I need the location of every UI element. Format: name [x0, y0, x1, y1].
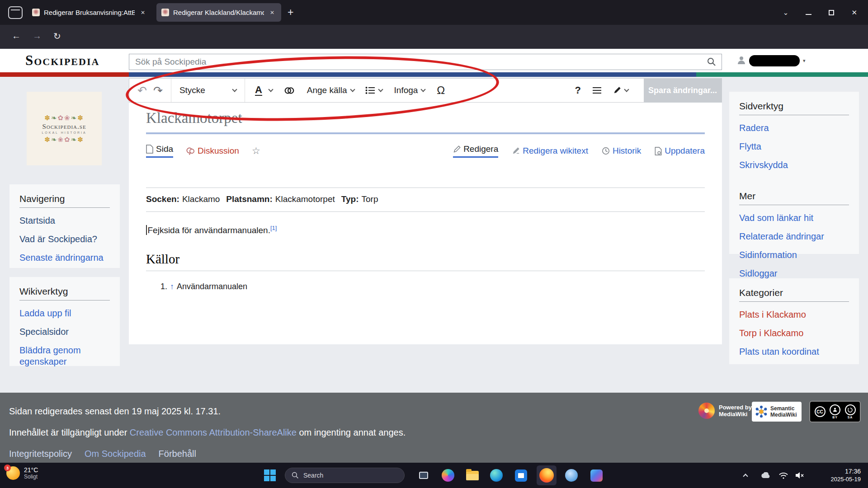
footer-link-om-sockipedia[interactable]: Om Sockipedia: [85, 449, 146, 459]
tab-title: Redigerar Bruksanvisning:AttBid: [44, 9, 135, 16]
close-window-button[interactable]: ✕: [851, 9, 857, 17]
paint-icon[interactable]: [565, 469, 578, 482]
cc-sa-arrow-icon: [845, 404, 856, 415]
blue-bar: [129, 72, 696, 77]
sidebar-item-bladdra-egenskaper[interactable]: Bläddra genom egenskaper: [19, 345, 110, 367]
wiki-search-box[interactable]: [129, 54, 722, 70]
sidebar-item-flytta[interactable]: Flytta: [739, 141, 849, 152]
tab-talk[interactable]: Diskussion: [186, 146, 239, 156]
user-caret-icon: ▾: [803, 58, 806, 64]
undo-icon[interactable]: ↶: [137, 84, 147, 97]
minimize-button[interactable]: [806, 14, 811, 15]
browser-tab-2-active[interactable]: Redigerar Klackland/Klackamo/ ✕: [156, 3, 281, 22]
weather-widget[interactable]: 3 21°CSoligt: [6, 466, 38, 480]
sidebar-item-vad-som-lankar-hit[interactable]: Vad som länkar hit: [739, 212, 849, 224]
semantic-mediawiki-badge[interactable]: SemanticMediaWiki: [752, 402, 802, 422]
wiki-footer: Sidan redigerades senast den 19 maj 2025…: [0, 393, 868, 463]
search-input[interactable]: [129, 57, 707, 67]
license-link[interactable]: Creative Commons Attribution-ShareAlike: [130, 427, 297, 437]
sidebar-item-specialsidor[interactable]: Specialsidor: [19, 326, 110, 338]
firefox-icon-active[interactable]: [537, 465, 557, 485]
browser-tab-1[interactable]: Redigerar Bruksanvisning:AttBid ✕: [27, 3, 152, 22]
copilot-icon[interactable]: [441, 469, 455, 482]
browser-toolbar: ← → ↻ sockipedia.se/w/index.php?title=Kl…: [0, 25, 868, 49]
special-character-button[interactable]: Ω: [437, 84, 445, 97]
watch-star-icon[interactable]: ☆: [252, 145, 260, 156]
powered-by-mediawiki-badge[interactable]: Powered byMediaWiki: [698, 403, 752, 419]
tab-close-icon[interactable]: ✕: [268, 9, 276, 17]
microsoft-store-icon[interactable]: [514, 469, 528, 482]
backlink-arrow[interactable]: ↑: [170, 282, 174, 291]
wifi-icon[interactable]: [778, 463, 788, 488]
tab-close-icon[interactable]: ✕: [139, 9, 147, 17]
sidebar-item-relaterade-andringar[interactable]: Relaterade ändringar: [739, 231, 849, 242]
action-edit[interactable]: Redigera: [453, 144, 498, 158]
back-button[interactable]: ←: [12, 31, 21, 41]
mediawiki-flower-icon: [698, 403, 715, 419]
article-content: Klackamotorpet Sida Diskussion ☆ Rediger…: [129, 103, 722, 344]
category-plats-utan-koordinat[interactable]: Plats utan koordinat: [739, 346, 849, 357]
list-structure-dropdown[interactable]: [365, 86, 382, 94]
infobox-line: Socken:KlackamoPlatsnamn:KlackamotorpetT…: [146, 194, 705, 204]
link-button[interactable]: [283, 87, 295, 94]
list-tabs-chevron-icon[interactable]: ⌄: [783, 9, 789, 17]
footer-link-integritetspolicy[interactable]: Integritetspolicy: [9, 449, 72, 459]
notification-badge: 3: [4, 465, 11, 471]
brand-color-bar: [0, 72, 868, 77]
paragraph-style-dropdown[interactable]: Stycke: [171, 79, 245, 102]
save-changes-button[interactable]: Spara ändringar...: [644, 79, 722, 102]
sidebar-item-ladda-upp-fil[interactable]: Ladda upp fil: [19, 308, 110, 319]
search-icon[interactable]: [707, 57, 716, 66]
editor-mode-switch[interactable]: [613, 86, 628, 94]
category-plats-i-klackamo[interactable]: Plats i Klackamo: [739, 309, 849, 320]
reference-sup[interactable]: [1]: [270, 225, 277, 231]
body-paragraph[interactable]: Fejksida för användarmanualen.[1]: [146, 225, 705, 235]
edge-icon[interactable]: [490, 469, 503, 482]
clock-icon: [602, 147, 610, 155]
tab-page[interactable]: Sida: [146, 144, 173, 158]
category-torp-i-klackamo[interactable]: Torp i Klackamo: [739, 328, 849, 339]
insert-dropdown[interactable]: Infoga: [394, 85, 425, 95]
visual-editor-toolbar: ↶ ↷ Stycke A Ange källa Infoga Ω ?: [129, 78, 722, 103]
sidebar-item-radera[interactable]: Radera: [739, 122, 849, 134]
action-history[interactable]: Historik: [602, 146, 641, 156]
firefox-view-icon[interactable]: [8, 6, 23, 19]
tab-favicon: [32, 9, 40, 16]
footer-link-forbehall[interactable]: Förbehåll: [159, 449, 196, 459]
onedrive-icon[interactable]: [761, 463, 771, 488]
chevron-down-icon: [421, 87, 426, 92]
taskbar-search[interactable]: Search: [285, 468, 405, 483]
text-style-dropdown[interactable]: A: [245, 85, 273, 96]
volume-muted-icon[interactable]: [794, 463, 804, 488]
sidebar-item-sidloggar[interactable]: Sidloggar: [739, 268, 849, 279]
new-tab-button[interactable]: +: [288, 6, 293, 19]
logo-flowers-bottom: ✽❧❀✿❧✽: [44, 136, 84, 143]
forward-button[interactable]: →: [33, 31, 42, 41]
taskbar-clock[interactable]: 17:36 2025-05-19: [831, 467, 861, 483]
site-logo-text[interactable]: Sockipedia: [25, 52, 99, 69]
sidebar-item-startsida[interactable]: Startsida: [19, 215, 110, 226]
help-button[interactable]: ?: [575, 84, 581, 96]
page-options-icon[interactable]: [593, 90, 601, 91]
action-refresh[interactable]: Uppdatera: [655, 146, 705, 156]
user-menu[interactable]: ▾: [737, 55, 806, 66]
creative-commons-badge[interactable]: CC BY SA: [809, 401, 861, 422]
sidebar-item-sidinformation[interactable]: Sidinformation: [739, 249, 849, 261]
hidden-icons-chevron[interactable]: [744, 463, 747, 488]
action-edit-source[interactable]: Redigera wikitext: [512, 146, 588, 156]
file-explorer-icon[interactable]: [466, 469, 479, 482]
start-button[interactable]: [264, 469, 276, 481]
cite-dropdown[interactable]: Ange källa: [307, 85, 354, 95]
task-view-icon[interactable]: [417, 469, 430, 482]
sidebar-item-senaste-andringarna[interactable]: Senaste ändringarna: [19, 252, 110, 263]
sidebar-item-skrivskydda[interactable]: Skrivskydda: [739, 160, 849, 171]
maximize-button[interactable]: [829, 10, 834, 15]
sidebar-logo[interactable]: ✽❧✿❀❧✽ Sockipedia.se LOKAL HISTORIA ✽❧❀✿…: [27, 92, 102, 165]
sidebar-item-vad-ar-sockipedia[interactable]: Vad är Sockipedia?: [19, 234, 110, 245]
redo-icon[interactable]: ↷: [153, 84, 163, 97]
reload-button[interactable]: ↻: [53, 31, 61, 42]
page-title: Klackamotorpet: [146, 110, 705, 134]
green-bar: [696, 72, 868, 77]
photos-icon[interactable]: [590, 469, 603, 482]
last-edited-text: Sidan redigerades senast den 19 maj 2025…: [9, 406, 221, 417]
